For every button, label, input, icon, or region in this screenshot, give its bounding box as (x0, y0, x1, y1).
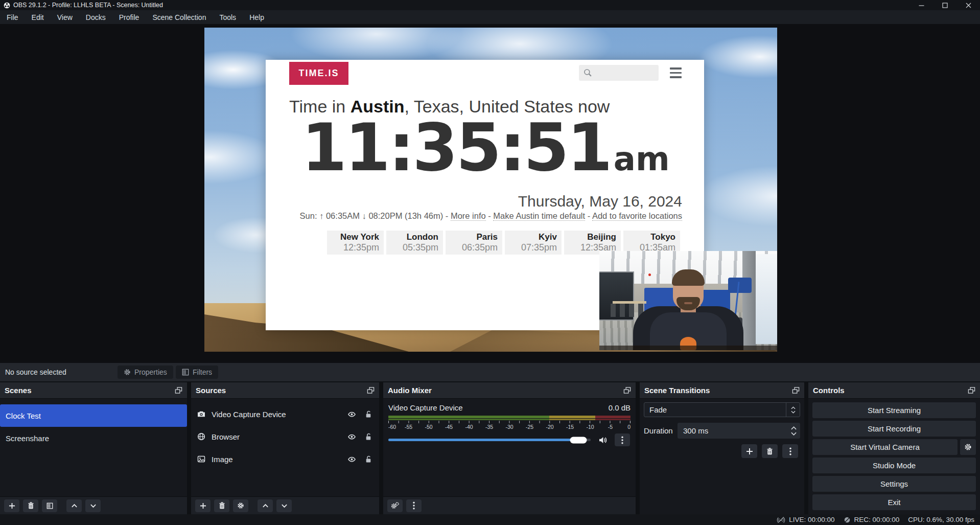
record-off-icon (844, 516, 851, 523)
popout-icon[interactable] (367, 386, 375, 394)
move-source-up-button[interactable] (258, 499, 273, 512)
audio-mixer-header: Audio Mixer (383, 382, 636, 399)
maximize-button[interactable] (933, 0, 956, 10)
obs-logo-icon (4, 2, 10, 9)
scene-item-clock-test[interactable]: Clock Test (0, 404, 187, 427)
start-virtual-camera-button[interactable]: Start Virtual Camera (812, 439, 958, 455)
lock-icon[interactable] (365, 410, 372, 418)
chevron-up-icon (262, 503, 269, 509)
gear-icon (237, 502, 244, 509)
more-info-link: More info (451, 211, 486, 221)
source-item-video-capture[interactable]: Video Capture Device (191, 403, 379, 425)
duration-spinbox[interactable]: 300 ms (678, 423, 800, 439)
scenes-panel: Scenes Clock Test Screenshare (0, 382, 187, 514)
menu-docks[interactable]: Docks (79, 10, 112, 24)
exit-button[interactable]: Exit (812, 494, 976, 510)
menu-profile[interactable]: Profile (112, 10, 146, 24)
minimize-button[interactable] (909, 0, 933, 10)
filters-button[interactable]: Filters (176, 366, 218, 379)
duration-label: Duration (644, 426, 678, 435)
volume-slider-handle[interactable] (570, 437, 587, 443)
studio-mode-button[interactable]: Studio Mode (812, 458, 976, 473)
visibility-eye-icon[interactable] (347, 410, 356, 418)
camera-icon (197, 410, 205, 418)
make-default-link: Make Austin time default (493, 211, 585, 221)
add-transition-button[interactable] (741, 444, 757, 458)
filter-icon (182, 369, 189, 376)
rec-status: REC: 00:00:00 (844, 516, 900, 523)
properties-button[interactable]: Properties (118, 366, 173, 379)
cpu-fps-status: CPU: 0.6%, 30.00 fps (908, 516, 974, 523)
mixer-channel-menu-button[interactable] (615, 433, 630, 446)
select-arrows-icon (786, 403, 800, 417)
menu-file[interactable]: File (0, 10, 25, 24)
move-scene-up-button[interactable] (66, 499, 82, 512)
speaker-icon[interactable] (598, 436, 608, 444)
add-scene-button[interactable] (4, 499, 19, 512)
current-date: Thursday, May 16, 2024 (518, 193, 682, 210)
menu-view[interactable]: View (51, 10, 79, 24)
menu-tools[interactable]: Tools (213, 10, 243, 24)
remove-scene-button[interactable] (23, 499, 38, 512)
menu-edit[interactable]: Edit (25, 10, 51, 24)
scene-transitions-header: Scene Transitions (640, 382, 804, 399)
move-source-down-button[interactable] (276, 499, 292, 512)
mixer-level-db: 0.0 dB (609, 403, 631, 412)
broadcast-off-icon (777, 516, 785, 523)
scene-item-screenshare[interactable]: Screenshare (0, 427, 187, 449)
double-gear-icon (391, 502, 399, 509)
remove-transition-button[interactable] (762, 444, 778, 458)
lock-icon[interactable] (365, 455, 372, 463)
globe-icon (197, 432, 205, 441)
sources-toolbar (191, 496, 379, 514)
lock-icon[interactable] (365, 433, 372, 441)
visibility-eye-icon[interactable] (347, 455, 356, 463)
add-source-button[interactable] (195, 499, 211, 512)
advanced-audio-button[interactable] (387, 499, 403, 512)
world-clock-newyork: New York12:35pm (327, 231, 384, 255)
captured-screen: TIME.IS Time in Austin, Texas, United St… (204, 28, 777, 352)
world-clock-kyiv: Kyiv07:35pm (505, 231, 562, 255)
virtual-camera-settings-button[interactable] (960, 439, 976, 455)
volume-slider[interactable] (388, 439, 591, 441)
menu-scene-collection[interactable]: Scene Collection (146, 10, 213, 24)
volume-meter-2 (388, 419, 631, 420)
source-item-image[interactable]: Image (191, 448, 379, 470)
scene-filters-button[interactable] (42, 499, 57, 512)
close-button[interactable] (956, 0, 980, 10)
scene-transitions-panel: Scene Transitions Fade Duration 300 ms (640, 382, 804, 514)
spinner-arrows-icon[interactable] (791, 423, 797, 439)
preview-canvas[interactable]: TIME.IS Time in Austin, Texas, United St… (0, 24, 980, 363)
popout-icon[interactable] (175, 386, 182, 394)
timeis-logo: TIME.IS (289, 62, 348, 85)
transition-menu-button[interactable] (782, 444, 798, 458)
kebab-icon (413, 501, 415, 510)
move-scene-down-button[interactable] (85, 499, 101, 512)
trash-icon (28, 502, 34, 509)
source-item-browser[interactable]: Browser (191, 425, 379, 448)
chevron-up-icon (71, 503, 78, 509)
source-properties-button[interactable] (233, 499, 248, 512)
start-streaming-button[interactable]: Start Streaming (812, 402, 976, 418)
settings-button[interactable]: Settings (812, 476, 976, 492)
controls-panel: Controls Start Streaming Start Recording… (808, 382, 980, 514)
popout-icon[interactable] (623, 386, 631, 394)
webcam-overlay (599, 251, 777, 350)
menu-help[interactable]: Help (243, 10, 271, 24)
popout-icon[interactable] (792, 386, 800, 394)
gear-icon (964, 443, 972, 451)
visibility-eye-icon[interactable] (347, 433, 356, 441)
popout-icon[interactable] (968, 386, 975, 394)
window-title: OBS 29.1.2 - Profile: LLHLS BETA - Scene… (13, 2, 163, 9)
mixer-channel-name: Video Capture Device (388, 403, 463, 412)
remove-source-button[interactable] (214, 499, 229, 512)
mixer-menu-button[interactable] (406, 499, 422, 512)
filter-icon (46, 503, 53, 509)
scenes-header: Scenes (0, 382, 187, 399)
sources-header: Sources (191, 382, 379, 399)
start-recording-button[interactable]: Start Recording (812, 421, 976, 437)
big-clock: 11:35:51 am (301, 104, 670, 192)
scenes-toolbar (0, 496, 187, 514)
trash-icon (219, 502, 225, 509)
transition-select[interactable]: Fade (644, 402, 800, 417)
